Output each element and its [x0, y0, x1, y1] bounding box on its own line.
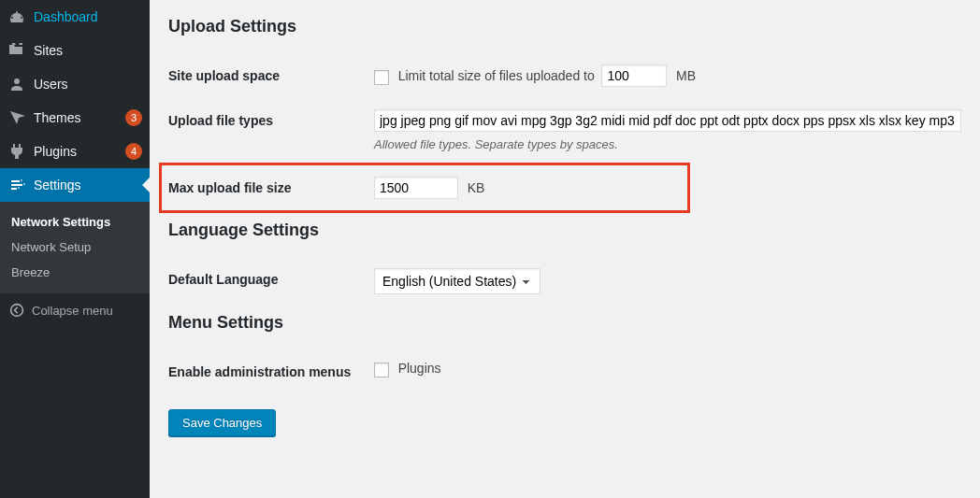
sidebar-item-label: Sites — [34, 43, 142, 58]
enable-plugins-menu-checkbox[interactable] — [374, 363, 389, 377]
upload-file-types-row: Upload file types Allowed file types. Se… — [168, 98, 961, 163]
sidebar-item-label: Users — [34, 77, 142, 92]
max-upload-size-row: Max upload file size KB — [159, 163, 690, 213]
upload-file-types-input[interactable] — [374, 109, 961, 132]
enable-admin-menus-row: Enable administration menus Plugins — [168, 349, 961, 391]
enable-plugins-menu-label: Plugins — [398, 361, 441, 376]
submenu-item-network-setup[interactable]: Network Setup — [0, 235, 150, 260]
site-upload-space-row: Site upload space Limit total size of fi… — [168, 53, 961, 98]
plugins-icon — [7, 142, 26, 161]
sidebar-item-users[interactable]: Users — [0, 67, 150, 101]
sidebar-item-label: Settings — [34, 178, 142, 192]
update-badge: 4 — [125, 143, 142, 160]
sites-icon — [7, 41, 26, 60]
sidebar-item-plugins[interactable]: Plugins 4 — [0, 135, 150, 168]
site-upload-space-unit: MB — [676, 68, 696, 83]
enable-admin-menus-label: Enable administration menus — [168, 361, 374, 379]
submenu-item-breeze[interactable]: Breeze — [0, 260, 150, 285]
max-upload-size-input[interactable] — [374, 177, 458, 199]
save-changes-button[interactable]: Save Changes — [168, 409, 276, 436]
settings-icon — [7, 176, 26, 194]
settings-content: Upload Settings Site upload space Limit … — [150, 0, 980, 498]
site-upload-space-input[interactable] — [601, 64, 667, 87]
users-icon — [7, 75, 26, 93]
sidebar-item-themes[interactable]: Themes 3 — [0, 101, 150, 135]
limit-upload-checkbox[interactable] — [374, 70, 389, 85]
sidebar-item-sites[interactable]: Sites — [0, 34, 150, 67]
svg-point-0 — [11, 305, 23, 317]
upload-settings-heading: Upload Settings — [168, 17, 961, 36]
language-settings-heading: Language Settings — [168, 221, 961, 240]
menu-settings-heading: Menu Settings — [168, 313, 961, 333]
sidebar-item-settings[interactable]: Settings — [0, 168, 150, 202]
sidebar-item-dashboard[interactable]: Dashboard — [0, 0, 150, 34]
max-upload-size-label: Max upload file size — [168, 177, 374, 195]
upload-file-types-description: Allowed file types. Separate types by sp… — [374, 137, 961, 151]
sidebar-item-label: Themes — [34, 110, 122, 125]
admin-sidebar: Dashboard Sites Users Themes 3 Plugins 4… — [0, 0, 150, 498]
limit-upload-label: Limit total size of files uploaded to — [398, 68, 595, 83]
themes-icon — [7, 108, 26, 127]
dashboard-icon — [7, 7, 26, 26]
sidebar-item-label: Dashboard — [34, 9, 142, 24]
site-upload-space-label: Site upload space — [168, 64, 374, 83]
default-language-label: Default Language — [168, 268, 374, 287]
collapse-menu[interactable]: Collapse menu — [0, 292, 150, 327]
collapse-icon — [7, 301, 26, 320]
default-language-row: Default Language English (United States) — [168, 257, 961, 306]
max-upload-size-unit: KB — [468, 180, 485, 195]
update-badge: 3 — [125, 109, 142, 126]
upload-file-types-label: Upload file types — [168, 109, 374, 128]
collapse-label: Collapse menu — [32, 304, 113, 318]
submenu-item-network-settings[interactable]: Network Settings — [0, 209, 150, 235]
sidebar-item-label: Plugins — [34, 144, 122, 159]
default-language-select[interactable]: English (United States) — [374, 268, 540, 294]
settings-submenu: Network Settings Network Setup Breeze — [0, 202, 150, 292]
